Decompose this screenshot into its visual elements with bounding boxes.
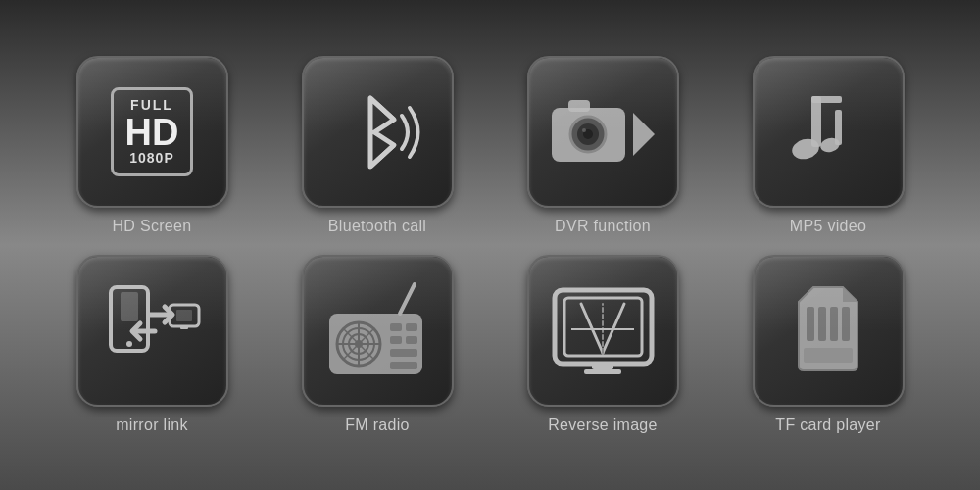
reverse-image-icon-box (527, 255, 679, 407)
dvr-function-icon-box (527, 56, 679, 208)
svg-point-16 (126, 341, 132, 347)
svg-rect-21 (180, 326, 188, 329)
music-icon (755, 58, 903, 206)
svg-rect-36 (390, 362, 417, 369)
feature-bluetooth-call: Bluetooth call (302, 56, 454, 235)
svg-rect-44 (592, 364, 613, 369)
svg-rect-13 (811, 96, 842, 103)
hd-1080-text: 1080P (125, 151, 179, 166)
svg-rect-7 (568, 100, 590, 112)
feature-reverse-image: Reverse image (527, 255, 679, 434)
svg-rect-47 (807, 307, 814, 341)
feature-tf-card-player: TF card player (753, 255, 905, 434)
fm-radio-icon-box (302, 255, 454, 407)
hd-screen-icon-box: FULL HD 1080P (76, 56, 228, 208)
svg-rect-51 (804, 348, 853, 363)
fm-radio-label: FM radio (345, 416, 410, 434)
svg-line-0 (370, 98, 394, 120)
dvr-icon (529, 58, 677, 206)
features-grid: FULL HD 1080P HD Screen (54, 56, 926, 434)
svg-rect-33 (390, 336, 402, 344)
svg-marker-46 (843, 287, 858, 302)
svg-point-6 (582, 128, 586, 132)
mp5-video-icon-box (753, 56, 905, 208)
mirror-link-label: mirror link (116, 416, 188, 434)
svg-line-1 (370, 145, 394, 167)
svg-rect-20 (176, 310, 192, 321)
feature-hd-screen: FULL HD 1080P HD Screen (76, 56, 228, 235)
svg-rect-9 (811, 96, 821, 147)
mirror-link-icon-box (76, 255, 228, 407)
radio-icon (304, 257, 452, 405)
reverse-image-icon (529, 257, 677, 405)
bluetooth-call-label: Bluetooth call (328, 218, 426, 235)
svg-point-5 (583, 129, 593, 139)
feature-fm-radio: FM radio (302, 255, 454, 434)
hd-full-text: FULL (125, 98, 179, 113)
bluetooth-call-icon-box (302, 56, 454, 208)
reverse-image-label: Reverse image (548, 416, 658, 434)
dvr-function-label: DVR function (555, 218, 651, 235)
bluetooth-icon (304, 58, 452, 206)
svg-rect-32 (406, 323, 417, 331)
svg-rect-45 (584, 369, 621, 374)
svg-rect-19 (170, 305, 199, 326)
tf-card-icon (755, 257, 903, 405)
tf-card-player-icon-box (753, 255, 905, 407)
mirror-link-icon (78, 257, 226, 405)
svg-line-40 (581, 304, 603, 353)
svg-rect-48 (818, 307, 826, 341)
svg-marker-8 (633, 113, 655, 156)
feature-mirror-link: mirror link (76, 255, 228, 434)
svg-line-41 (603, 304, 624, 353)
svg-rect-39 (564, 298, 642, 356)
svg-rect-15 (121, 292, 138, 321)
svg-rect-31 (390, 323, 402, 331)
hd-screen-icon: FULL HD 1080P (78, 58, 226, 206)
svg-rect-50 (842, 307, 850, 341)
svg-rect-34 (406, 336, 417, 344)
tf-card-player-label: TF card player (775, 416, 880, 434)
feature-dvr-function: DVR function (527, 56, 679, 235)
svg-line-37 (400, 284, 415, 314)
svg-rect-35 (390, 349, 417, 357)
feature-mp5-video: MP5 video (753, 56, 905, 235)
hd-hd-text: HD (125, 114, 179, 151)
svg-rect-49 (830, 307, 838, 341)
hd-screen-label: HD Screen (113, 218, 192, 235)
mp5-video-label: MP5 video (790, 218, 866, 235)
